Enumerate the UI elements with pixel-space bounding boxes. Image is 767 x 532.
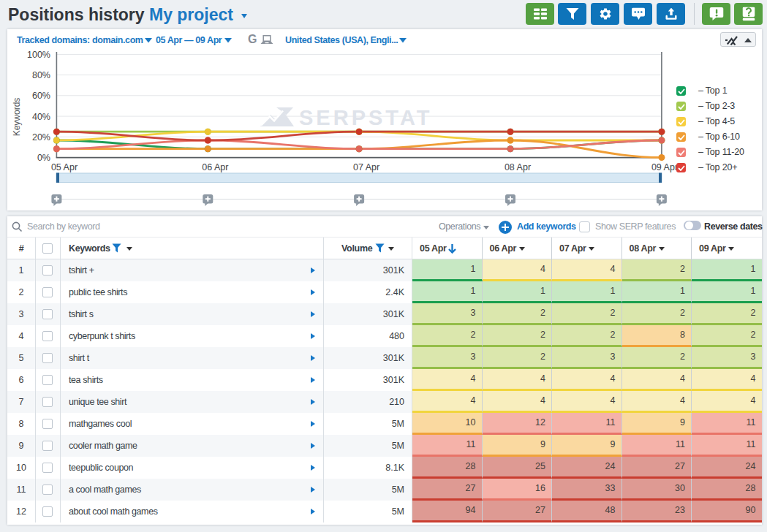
- svg-text:Keywords: Keywords: [12, 98, 22, 137]
- svg-text:07 Apr: 07 Apr: [353, 162, 379, 172]
- svg-text:SERPSTAT: SERPSTAT: [299, 106, 432, 129]
- svg-text:20%: 20%: [32, 132, 50, 142]
- svg-text:05 Apr: 05 Apr: [51, 162, 78, 172]
- svg-text:60%: 60%: [32, 91, 50, 101]
- svg-text:0%: 0%: [37, 153, 50, 163]
- svg-text:08 Apr: 08 Apr: [505, 162, 531, 172]
- svg-text:06 Apr: 06 Apr: [202, 162, 228, 172]
- svg-text:100%: 100%: [27, 50, 50, 60]
- svg-text:80%: 80%: [32, 70, 50, 80]
- svg-text:40%: 40%: [32, 112, 50, 122]
- svg-text:09 Apr: 09 Apr: [651, 162, 678, 172]
